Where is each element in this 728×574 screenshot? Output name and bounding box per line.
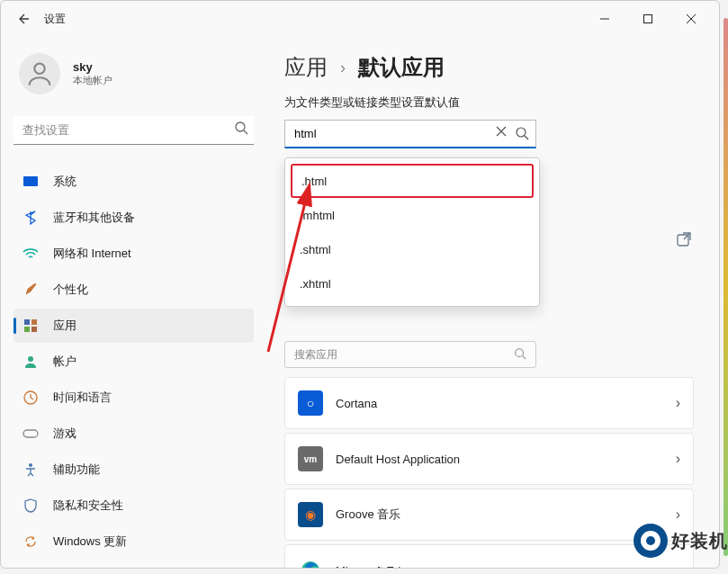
nav-time[interactable]: 时间和语言 bbox=[13, 381, 254, 415]
svg-rect-7 bbox=[31, 319, 37, 325]
app-row-groove[interactable]: ◉ Groove 音乐 › bbox=[284, 489, 694, 541]
back-button[interactable] bbox=[8, 4, 37, 33]
suggestion-label: .xhtml bbox=[300, 277, 331, 291]
sidebar: sky 本地帐户 系统 蓝牙和其他设备 网络和 Internet 个性化 应用 … bbox=[1, 37, 266, 568]
avatar bbox=[19, 53, 60, 94]
nav-privacy[interactable]: 隐私和安全性 bbox=[13, 489, 254, 523]
chevron-right-icon: › bbox=[676, 451, 680, 467]
svg-rect-8 bbox=[24, 327, 30, 332]
svg-point-14 bbox=[517, 128, 526, 137]
back-arrow-icon bbox=[15, 12, 30, 26]
suggestion-label: .mhtml bbox=[300, 209, 335, 222]
nav-gaming[interactable]: 游戏 bbox=[13, 417, 254, 451]
app-search-placeholder: 搜索应用 bbox=[294, 347, 337, 363]
window-title: 设置 bbox=[44, 12, 66, 27]
nav-label: 个性化 bbox=[53, 282, 88, 298]
svg-rect-6 bbox=[24, 319, 30, 325]
content-area: sky 本地帐户 系统 蓝牙和其他设备 网络和 Internet 个性化 应用 … bbox=[1, 37, 719, 568]
nav-accounts[interactable]: 帐户 bbox=[13, 345, 254, 379]
update-icon bbox=[22, 534, 39, 550]
main-panel: 应用 › 默认应用 为文件类型或链接类型设置默认值 .html .mhtml .… bbox=[266, 37, 719, 568]
svg-point-3 bbox=[236, 122, 245, 131]
svg-point-10 bbox=[28, 356, 33, 362]
maximize-button[interactable] bbox=[634, 5, 661, 32]
nav-label: 应用 bbox=[53, 318, 76, 334]
account-icon bbox=[22, 354, 39, 370]
nav-label: 网络和 Internet bbox=[53, 246, 131, 262]
system-icon bbox=[22, 174, 39, 190]
window-controls bbox=[591, 5, 712, 32]
minimize-icon bbox=[599, 13, 610, 24]
nav-accessibility[interactable]: 辅助功能 bbox=[13, 453, 254, 487]
section-label: 为文件类型或链接类型设置默认值 bbox=[284, 94, 694, 111]
wifi-icon bbox=[22, 246, 39, 262]
nav-bluetooth[interactable]: 蓝牙和其他设备 bbox=[13, 201, 254, 235]
brush-icon bbox=[22, 282, 39, 298]
search-icon bbox=[514, 347, 526, 363]
close-button[interactable] bbox=[678, 5, 705, 32]
suggestion-item-mhtml[interactable]: .mhtml bbox=[291, 198, 534, 232]
accessibility-icon bbox=[22, 462, 39, 478]
app-search-input[interactable]: 搜索应用 bbox=[284, 341, 536, 368]
watermark-text: 好装机 bbox=[671, 529, 728, 553]
app-row-edge[interactable]: Microsoft Edge › bbox=[284, 544, 694, 568]
nav-apps[interactable]: 应用 bbox=[13, 309, 254, 343]
clear-icon bbox=[495, 125, 508, 138]
search-icon[interactable] bbox=[234, 121, 248, 139]
nav-system[interactable]: 系统 bbox=[13, 165, 254, 199]
sidebar-search-input[interactable] bbox=[13, 116, 254, 145]
app-name: Microsoft Edge bbox=[336, 564, 414, 569]
nav-label: 帐户 bbox=[53, 354, 76, 370]
svg-rect-5 bbox=[23, 176, 38, 186]
suggestion-item-xhtml[interactable]: .xhtml bbox=[291, 266, 534, 300]
clear-button[interactable] bbox=[495, 125, 508, 141]
filetype-search bbox=[284, 120, 536, 148]
crumb-parent[interactable]: 应用 bbox=[284, 53, 328, 82]
svg-rect-12 bbox=[23, 430, 38, 437]
suggestion-item-html[interactable]: .html bbox=[291, 164, 534, 198]
nav-update[interactable]: Windows 更新 bbox=[13, 525, 254, 559]
suggestion-item-shtml[interactable]: .shtml bbox=[291, 232, 534, 266]
app-name: Default Host Application bbox=[336, 453, 460, 466]
chevron-right-icon: › bbox=[676, 507, 680, 523]
app-name: Cortana bbox=[336, 397, 377, 410]
titlebar: 设置 bbox=[1, 1, 719, 37]
watermark-logo-icon bbox=[634, 524, 668, 558]
breadcrumb: 应用 › 默认应用 bbox=[284, 53, 694, 82]
nav-label: Windows 更新 bbox=[53, 534, 127, 550]
crumb-separator-icon: › bbox=[340, 58, 346, 77]
suggestion-label: .html bbox=[301, 175, 327, 188]
nav-label: 辅助功能 bbox=[53, 462, 100, 478]
nav-personalization[interactable]: 个性化 bbox=[13, 273, 254, 307]
nav-list: 系统 蓝牙和其他设备 网络和 Internet 个性化 应用 帐户 时间和语言 … bbox=[13, 165, 254, 559]
crumb-current: 默认应用 bbox=[358, 53, 445, 82]
edge-icon bbox=[298, 558, 323, 568]
maximize-icon bbox=[643, 13, 653, 24]
apps-list: ○ Cortana › vm Default Host Application … bbox=[284, 377, 694, 568]
decorative-stripe bbox=[724, 18, 728, 556]
svg-point-17 bbox=[516, 348, 524, 356]
user-panel[interactable]: sky 本地帐户 bbox=[13, 46, 254, 111]
groove-icon: ◉ bbox=[298, 502, 323, 527]
chevron-right-icon: › bbox=[676, 562, 680, 568]
svg-rect-1 bbox=[644, 15, 652, 23]
suggestion-label: .shtml bbox=[300, 243, 331, 256]
close-icon bbox=[686, 13, 697, 24]
svg-line-4 bbox=[244, 130, 247, 134]
svg-line-15 bbox=[525, 136, 528, 139]
cortana-icon: ○ bbox=[298, 390, 323, 416]
search-icon bbox=[515, 126, 529, 140]
sidebar-search bbox=[13, 116, 254, 145]
nav-network[interactable]: 网络和 Internet bbox=[13, 237, 254, 271]
svg-point-2 bbox=[34, 64, 44, 74]
svg-rect-9 bbox=[31, 327, 37, 332]
nav-label: 蓝牙和其他设备 bbox=[53, 210, 135, 226]
apps-icon bbox=[22, 318, 39, 334]
search-button[interactable] bbox=[515, 126, 529, 144]
user-subtitle: 本地帐户 bbox=[73, 74, 112, 87]
app-name: Groove 音乐 bbox=[336, 507, 400, 523]
minimize-button[interactable] bbox=[591, 5, 618, 32]
app-row-default-host[interactable]: vm Default Host Application › bbox=[284, 433, 694, 485]
external-link-icon[interactable] bbox=[676, 231, 694, 249]
app-row-cortana[interactable]: ○ Cortana › bbox=[284, 377, 694, 429]
